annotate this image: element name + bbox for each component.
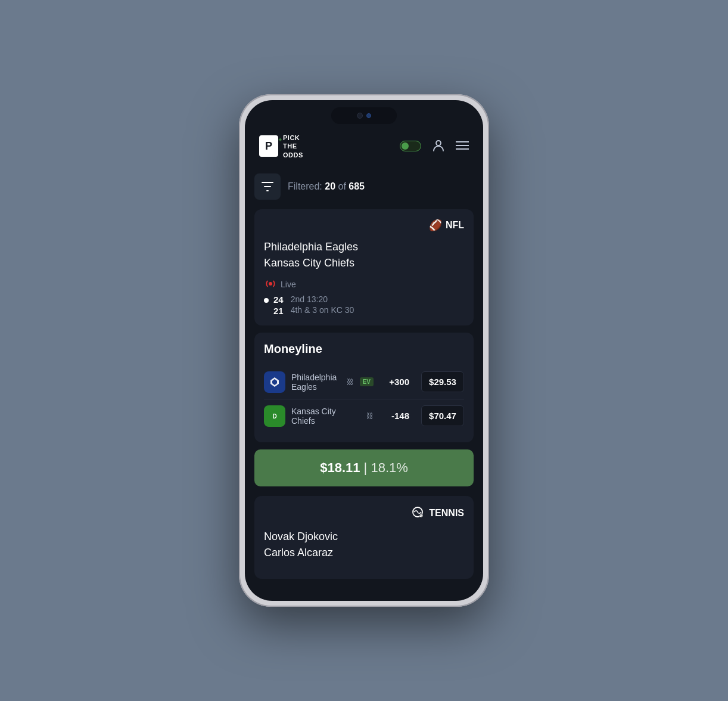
bet-row-eagles[interactable]: Philadelphia Eagles ⛓ EV +300 $29.53 bbox=[264, 365, 464, 399]
phone-notch bbox=[245, 100, 483, 129]
logo-text: PICKTHEODDS bbox=[283, 134, 303, 159]
toggle-icon[interactable] bbox=[400, 141, 421, 151]
phone-screen: P PICKTHEODDS bbox=[245, 100, 483, 601]
link-icon-chiefs: ⛓ bbox=[366, 412, 374, 420]
chiefs-payout[interactable]: $70.47 bbox=[421, 405, 464, 426]
svg-point-0 bbox=[436, 141, 441, 145]
score-block: 24 21 2nd 13:20 4th & 3 on KC 30 bbox=[264, 294, 464, 316]
svg-point-4 bbox=[269, 282, 272, 286]
link-icon-eagles: ⛓ bbox=[347, 378, 354, 386]
down-info: 4th & 3 on KC 30 bbox=[291, 305, 354, 315]
nfl-game-card: 🏈 NFL Philadelphia Eagles Kansas City Ch… bbox=[254, 209, 474, 325]
nfl-team2: Kansas City Chiefs bbox=[264, 255, 464, 271]
filter-bar: Filtered: 20 of 685 bbox=[254, 166, 474, 209]
eagles-team-label: Philadelphia Eagles bbox=[291, 373, 341, 392]
score-info: 2nd 13:20 4th & 3 on KC 30 bbox=[291, 294, 354, 316]
tennis-card: TENNIS Novak Djokovic Carlos Alcaraz bbox=[254, 496, 474, 579]
camera-sensor bbox=[357, 113, 363, 119]
tennis-players: Novak Djokovic Carlos Alcaraz bbox=[264, 529, 464, 561]
user-icon[interactable] bbox=[432, 139, 445, 154]
filter-icon-box[interactable] bbox=[254, 173, 281, 200]
tennis-label: TENNIS bbox=[429, 508, 464, 519]
eagles-payout[interactable]: $29.53 bbox=[421, 371, 464, 392]
bet-row-chiefs[interactable]: D Kansas City Chiefs ⛓ -148 $70.47 bbox=[264, 399, 464, 433]
toggle-thumb bbox=[402, 142, 409, 150]
nfl-card-header: 🏈 NFL bbox=[264, 219, 464, 232]
football-icon: 🏈 bbox=[429, 219, 442, 232]
sportsbook-logo bbox=[264, 371, 285, 393]
logo-icon: P bbox=[259, 135, 278, 157]
chiefs-team-label: Kansas City Chiefs bbox=[291, 407, 360, 426]
toggle-track bbox=[400, 141, 421, 151]
camera-pill bbox=[331, 107, 397, 124]
moneyline-section: Moneyline Philadelphia Eagles ⛓ EV +300 … bbox=[254, 333, 474, 442]
tennis-icon bbox=[411, 505, 424, 522]
nfl-teams: Philadelphia Eagles Kansas City Chiefs bbox=[264, 239, 464, 271]
live-indicator: Live bbox=[264, 280, 464, 290]
camera-lens bbox=[366, 113, 371, 118]
quarter-info: 2nd 13:20 bbox=[291, 294, 354, 304]
possession-dot bbox=[264, 298, 269, 303]
chiefs-odds: -148 bbox=[385, 411, 409, 421]
app-logo: P PICKTHEODDS bbox=[259, 134, 303, 159]
draftkings-logo: D bbox=[264, 405, 285, 427]
live-label: Live bbox=[281, 280, 296, 289]
player2: Carlos Alcaraz bbox=[264, 545, 464, 561]
player1: Novak Djokovic bbox=[264, 529, 464, 545]
main-content: Filtered: 20 of 685 🏈 NFL Philadelphia E… bbox=[245, 166, 483, 601]
live-broadcast-icon bbox=[264, 280, 277, 290]
nfl-label: NFL bbox=[446, 220, 464, 231]
menu-icon[interactable] bbox=[456, 141, 469, 152]
tennis-card-header: TENNIS bbox=[264, 505, 464, 522]
header-icons bbox=[400, 139, 469, 154]
nfl-team1: Philadelphia Eagles bbox=[264, 239, 464, 255]
ev-badge: EV bbox=[360, 377, 374, 386]
svg-text:D: D bbox=[272, 413, 276, 420]
phone-frame: P PICKTHEODDS bbox=[239, 94, 489, 607]
app-header: P PICKTHEODDS bbox=[245, 129, 483, 166]
score-team1: 24 bbox=[273, 294, 284, 305]
nfl-sport-badge: 🏈 NFL bbox=[429, 219, 464, 232]
moneyline-title: Moneyline bbox=[264, 342, 464, 356]
score-numbers: 24 21 bbox=[273, 294, 284, 316]
tennis-badge: TENNIS bbox=[411, 505, 464, 522]
eagles-odds: +300 bbox=[385, 377, 409, 387]
score-team2: 21 bbox=[273, 306, 284, 316]
filter-status: Filtered: 20 of 685 bbox=[288, 181, 365, 192]
profit-bar[interactable]: $18.11 | 18.1% bbox=[254, 449, 474, 486]
profit-text: $18.11 | 18.1% bbox=[320, 460, 408, 475]
